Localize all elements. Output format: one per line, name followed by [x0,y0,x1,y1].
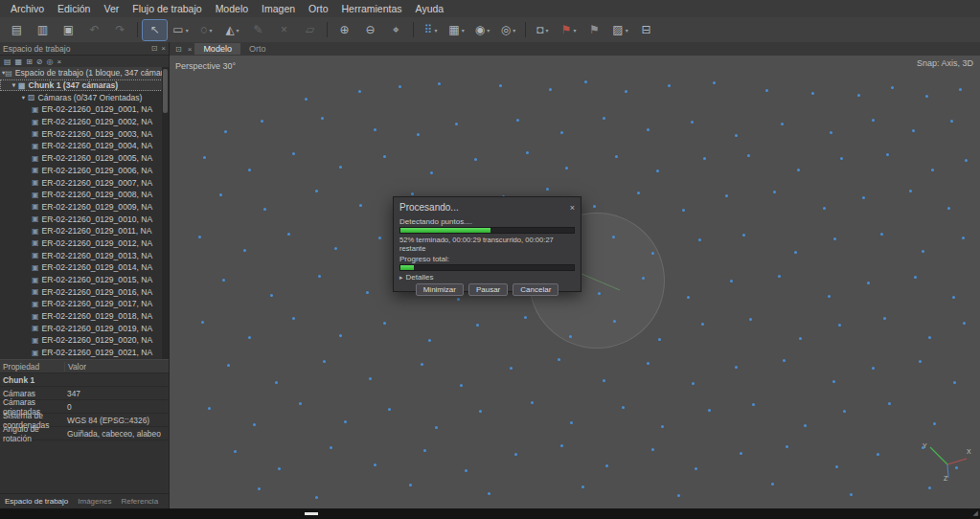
menu-herramientas[interactable]: Herramientas [335,1,409,16]
menu-imagen[interactable]: Imagen [255,1,302,16]
workspace-import-button[interactable]: ⊞ [26,57,33,66]
toolbar-rectangle-selection-button[interactable]: ▭▾ [169,20,193,40]
toolbar-marker-flag-button[interactable]: ⚑▾ [557,20,581,40]
menu-ver[interactable]: Ver [97,1,125,16]
menu-flujo-de-trabajo[interactable]: Flujo de trabajo [125,1,208,16]
toolbar-new-project-button[interactable]: ▤ [5,20,29,40]
resize-grip-icon[interactable]: ◢ [973,509,978,517]
float-view-icon[interactable]: ⊡ [175,45,182,54]
dropdown-arrow-icon[interactable]: ▾ [513,27,515,34]
tree-item-camera[interactable]: ▣ER-02-21260_0129_0012, NA [0,237,169,250]
menu-ayuda[interactable]: Ayuda [409,1,451,16]
panel-tab-referencia[interactable]: Referencia [121,497,158,506]
tree-item-camera[interactable]: ▣ER-02-21260_0129_0009, NA [0,201,169,214]
toolbar-image-view-button[interactable]: ▨▾ [608,20,632,40]
dropdown-arrow-icon[interactable]: ▾ [462,27,465,34]
tree-item-camera[interactable]: ▣ER-02-21260_0129_0010, NA [0,213,169,225]
toolbar-zoom-out-button[interactable]: ⊖ [358,20,382,40]
menu-archivo[interactable]: Archivo [4,1,51,16]
tie-point [198,236,201,238]
close-panel-icon[interactable]: × [161,44,166,53]
toolbar-measure-tool-button[interactable]: ◭▾ [220,20,244,40]
toolbar-selection-arrow-button[interactable]: ↖ [143,20,167,40]
dropdown-arrow-icon[interactable]: ▾ [546,27,549,34]
toolbar-print-button[interactable]: ⊟ [634,20,658,40]
tree-item-camera[interactable]: ▣ER-02-21260_0129_0015, NA [0,274,169,286]
tree-item-camera[interactable]: ▣ER-02-21260_0129_0019, NA [0,322,169,334]
workspace-settings-button[interactable]: ◎ [47,57,54,66]
workspace-add-chunk-button[interactable]: ▤ [4,57,11,66]
workspace-disable-button[interactable]: ⊘ [36,57,43,66]
view-tab-modelo[interactable]: Modelo [194,43,240,55]
toolbar-open-project-button[interactable]: ▥ [31,20,55,40]
scrollbar-thumb[interactable] [163,69,168,113]
dialog-minimizar-button[interactable]: Minimizar [416,283,464,296]
toolbar-capture-photo-button[interactable]: ◘▾ [531,20,555,40]
tie-point [811,92,814,95]
dialog-close-icon[interactable]: × [570,203,575,213]
view-tab-orto[interactable]: Orto [240,43,275,55]
tree-item-chunk1[interactable]: ▾ ▦ Chunk 1 (347 cámaras) [0,79,169,92]
toolbar-mesh-view-button[interactable]: ▦▾ [444,20,468,40]
workspace-add-photos-button[interactable]: ▦ [15,57,23,66]
camera-icon: ▣ [32,178,39,187]
menu-modelo[interactable]: Modelo [209,1,255,16]
dropdown-arrow-icon[interactable]: ▾ [237,27,239,34]
tree-item-camera[interactable]: ▣ER-02-21260_0129_0006, NA [0,165,169,177]
tree-item-camera[interactable]: ▣ER-02-21260_0129_0017, NA [0,298,169,310]
dialog-header[interactable]: Procesando... × [394,197,581,214]
property-row[interactable]: Ángulo de rotaciónGuiñada, cabeceo, alab… [0,427,169,440]
expand-arrow-icon[interactable]: ▾ [19,94,28,102]
tree-item-camera[interactable]: ▣ER-02-21260_0129_0002, NA [0,116,169,128]
tree-item-camera[interactable]: ▣ER-02-21260_0129_0020, NA [0,334,169,347]
tree-item-workspace-root[interactable]: ▾ ▤ Espacio de trabajo (1 bloque, 347 cá… [0,67,169,79]
menu-orto[interactable]: Orto [302,1,334,16]
property-row[interactable]: Chunk 1 [0,373,169,387]
panel-tab-imagenes[interactable]: Imágenes [78,497,111,506]
tree-item-camera[interactable]: ▣ER-02-21260_0129_0003, NA [0,127,169,140]
close-view-icon[interactable]: × [188,45,193,54]
toolbar-textured-view-button[interactable]: ◎▾ [496,20,520,40]
tree-item-camera[interactable]: ▣ER-02-21260_0129_0001, NA [0,103,169,116]
toolbar-zoom-in-button[interactable]: ⊕ [332,20,356,40]
tree-item-camera[interactable]: ▣ER-02-21260_0129_0005, NA [0,152,169,165]
dropdown-arrow-icon[interactable]: ▾ [487,27,490,34]
toolbar-circle-selection-button[interactable]: ◌▾ [194,20,218,40]
toolbar-point-cloud-view-button[interactable]: ⠿▾ [419,20,443,40]
tree-item-cameras-folder[interactable]: ▾ ▨ Cámaras (0/347 Orientadas) [0,91,169,103]
toolbar-flag-button[interactable]: ⚑ [582,20,606,40]
workspace-remove-button[interactable]: × [57,57,62,66]
camera-icon: ▣ [32,202,39,211]
dropdown-arrow-icon[interactable]: ▾ [626,27,628,34]
save-project-icon: ▣ [63,24,74,35]
tree-item-camera[interactable]: ▣ER-02-21260_0129_0014, NA [0,261,169,274]
chunk-label: Chunk 1 (347 cámaras) [29,80,119,90]
details-toggle[interactable]: ▸ Detalles [399,273,575,282]
tie-point [339,166,342,169]
model-viewport[interactable]: Perspective 30° Snap: Axis, 3D Y X Z Pro… [170,56,980,508]
tree-item-camera[interactable]: ▣ER-02-21260_0129_0008, NA [0,189,169,201]
tree-item-camera[interactable]: ▣ER-02-21260_0129_0007, NA [0,176,169,189]
toolbar-shaded-view-button[interactable]: ◉▾ [470,20,494,40]
tree-item-camera[interactable]: ▣ER-02-21260_0129_0016, NA [0,285,169,298]
dropdown-arrow-icon[interactable]: ▾ [210,27,213,34]
toolbar-save-project-button[interactable]: ▣ [57,20,80,40]
snap-label: Snap: Axis, 3D [917,58,973,68]
toolbar-navigation-button[interactable]: ⌖ [384,20,408,40]
tree-item-camera[interactable]: ▣ER-02-21260_0129_0011, NA [0,225,169,237]
dialog-cancelar-button[interactable]: Cancelar [513,283,558,296]
tie-point [823,207,826,210]
panel-tab-espacio-de-trabajo[interactable]: Espacio de trabajo [5,497,68,506]
tree-scrollbar[interactable] [162,67,169,359]
tree-item-camera[interactable]: ▣ER-02-21260_0129_0013, NA [0,249,169,261]
expand-arrow-icon[interactable]: ▾ [10,81,18,89]
undock-panel-icon[interactable]: ⊡ [151,44,158,53]
dialog-pausar-button[interactable]: Pausar [468,283,508,296]
menu-edicion[interactable]: Edición [51,1,97,16]
dropdown-arrow-icon[interactable]: ▾ [186,27,189,34]
tree-item-camera[interactable]: ▣ER-02-21260_0129_0004, NA [0,140,169,152]
tree-item-camera[interactable]: ▣ER-02-21260_0129_0018, NA [0,310,169,323]
dropdown-arrow-icon[interactable]: ▾ [573,27,576,34]
dropdown-arrow-icon[interactable]: ▾ [434,27,437,34]
tree-item-camera[interactable]: ▣ER-02-21260_0129_0021, NA [0,347,169,359]
